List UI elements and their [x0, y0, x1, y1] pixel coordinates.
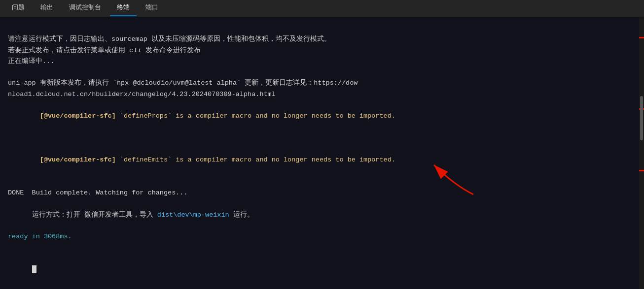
terminal-line: 正在编译中... [8, 56, 628, 67]
terminal-panel: 请注意运行模式下，因日志输出、sourcemap 以及未压缩源码等原因，性能和包… [0, 17, 644, 289]
scroll-marker-3 [639, 170, 644, 171]
terminal-cursor-line [8, 254, 628, 287]
tab-terminal[interactable]: 终端 [110, 0, 137, 16]
scroll-thumb[interactable] [640, 96, 643, 140]
terminal-warn-line-2: [@vue/compiler-sfc] `defineEmits` is a c… [8, 144, 628, 177]
terminal-cursor [32, 265, 36, 273]
tab-bar: 问题 输出 调试控制台 终端 端口 [0, 0, 644, 17]
tab-debug-console[interactable]: 调试控制台 [62, 0, 108, 16]
terminal-ready-line: ready in 3068ms. [8, 231, 628, 242]
terminal-line-blank [8, 177, 628, 188]
warn-message-2: `defineEmits` is a compiler macro and no… [116, 156, 395, 163]
terminal-line-blank [8, 242, 628, 253]
terminal-done-line: DONE Build complete. Watching for change… [8, 188, 628, 198]
terminal-line: 若要正式发布，请点击发行菜单或使用 cli 发布命令进行发布 [8, 45, 628, 56]
warn-message: `defineProps` is a compiler macro and no… [116, 112, 395, 120]
scrollbar[interactable] [639, 17, 644, 289]
terminal-line: uni-app 有新版本发布，请执行 `npx @dcloudio/uvm@la… [8, 78, 628, 89]
terminal-line-blank [8, 67, 628, 78]
terminal-line [8, 23, 628, 34]
run-text-prefix: 运行方式：打开 微信开发者工具，导入 [32, 211, 157, 219]
tab-output[interactable]: 输出 [34, 0, 60, 16]
tab-ports[interactable]: 端口 [139, 0, 165, 16]
terminal-line: 请注意运行模式下，因日志输出、sourcemap 以及未压缩源码等原因，性能和包… [8, 34, 628, 45]
terminal-line: nload1.dcloud.net.cn/hbuilderx/changelog… [8, 89, 628, 100]
terminal-line-blank [8, 133, 628, 144]
warn-prefix: [@vue/compiler-sfc] [32, 112, 116, 120]
tab-problems[interactable]: 问题 [5, 0, 32, 16]
scroll-marker-1 [639, 37, 644, 38]
run-path-link[interactable]: dist\dev\mp-weixin [157, 211, 229, 219]
warn-prefix-2: [@vue/compiler-sfc] [32, 156, 116, 163]
terminal-content: 请注意运行模式下，因日志输出、sourcemap 以及未压缩源码等原因，性能和包… [8, 23, 636, 286]
terminal-warn-line-1: [@vue/compiler-sfc] `defineProps` is a c… [8, 100, 628, 133]
run-text-suffix: 运行。 [229, 211, 254, 219]
terminal-run-line: 运行方式：打开 微信开发者工具，导入 dist\dev\mp-weixin 运行… [8, 198, 628, 231]
